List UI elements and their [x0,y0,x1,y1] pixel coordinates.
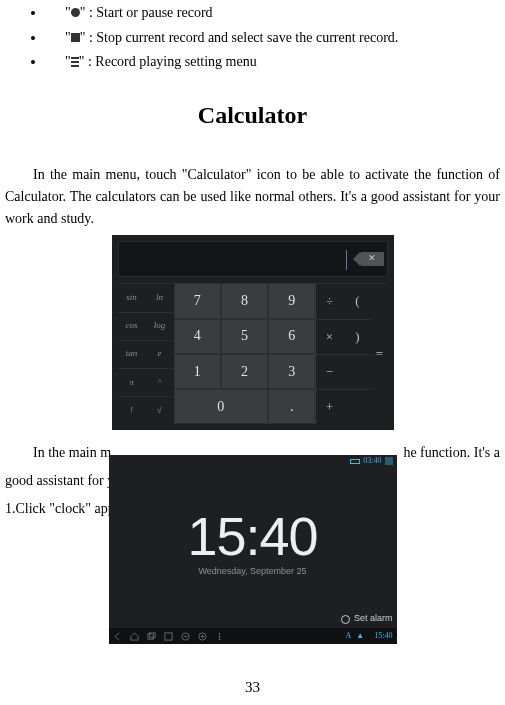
record-icon [71,8,80,17]
calc-key-8: 8 [221,283,268,318]
set-alarm-row: Set alarm [341,612,393,626]
nav-right: A ▲ 15:40 [346,630,393,642]
record-icon-bullets: " " : Start or pause record " " : Stop c… [27,2,500,73]
bullet-text-3: " : Record playing setting menu [79,51,257,73]
calc-key-e: e [146,340,174,368]
quote-open: " [65,2,71,24]
calc-key-6: 6 [268,319,315,354]
stop-icon [71,33,80,42]
clock-date: Wednesday, September 25 [109,565,397,579]
calc-key-minus: − [316,354,344,389]
clock-screenshot: 03:40 15:40 Wednesday, September 25 Set … [109,455,397,644]
calc-key-blank1 [344,354,372,389]
svg-rect-1 [149,632,154,637]
page-number: 33 [0,676,505,699]
clock-nav-bar: A ▲ 15:40 [109,628,397,644]
bullet-text-1: " : Start or pause record [80,2,213,24]
calc-key-ln: ln [146,283,174,311]
calc-key-0: 0 [174,389,269,424]
bullet-text-2: " : Stop current record and select save … [80,27,399,49]
recents-icon [147,632,156,641]
calc-fn-column: sin ln cos log tan e π ^ ! √ [118,283,174,424]
clock-status-bar: 03:40 [109,455,397,467]
calc-key-pi: π [118,368,146,396]
calc-key-sin: sin [118,283,146,311]
bullet-settings: " " : Record playing setting menu [27,51,500,73]
svg-point-7 [218,638,220,640]
status-time: 03:40 [363,455,381,467]
calc-key-2: 2 [221,354,268,389]
calc-key-pow: ^ [146,368,174,396]
calc-cursor [346,250,347,270]
screenshot-indicator-icon [385,457,393,465]
calc-equals-column: = [372,283,388,424]
calc-key-cos: cos [118,312,146,340]
bullet-stop: " " : Stop current record and select sav… [27,27,500,49]
calc-key-eq: = [372,283,388,424]
svg-point-6 [218,635,220,637]
calc-key-lparen: ( [344,283,372,318]
calc-key-tan: tan [118,340,146,368]
calc-key-4: 4 [174,319,221,354]
svg-rect-0 [147,634,152,639]
calc-key-blank2 [344,389,372,424]
calc-key-9: 9 [268,283,315,318]
alarm-clock-icon [341,615,350,624]
notif-a-icon: A [346,630,352,642]
calc-key-5: 5 [221,319,268,354]
screenshot-icon [164,632,173,641]
clock-frag-1a: In the main m [5,442,111,464]
calc-number-pad: 7 8 9 4 5 6 1 2 3 0 . [174,283,316,424]
home-icon [130,632,139,641]
calc-keypad: sin ln cos log tan e π ^ ! √ 7 8 9 4 5 6… [118,283,388,424]
calc-key-div: ÷ [316,283,344,318]
calc-key-log: log [146,312,174,340]
vol-up-icon [198,632,207,641]
menu-icon [71,57,79,67]
back-icon [113,632,122,641]
bullet-dot [31,11,35,15]
calc-key-sqrt: √ [146,396,174,424]
calc-key-1: 1 [174,354,221,389]
svg-point-5 [218,633,220,635]
calc-key-fac: ! [118,396,146,424]
calc-key-mul: × [316,319,344,354]
backspace-icon: ✕ [360,252,384,266]
calc-display: ✕ [118,241,388,277]
battery-icon [350,459,360,464]
calc-key-dot: . [268,389,315,424]
vol-down-icon [181,632,190,641]
calc-key-3: 3 [268,354,315,389]
bullet-start-pause: " " : Start or pause record [27,2,500,24]
calc-paren-column: ( ) [344,283,372,424]
bullet-dot [31,60,35,64]
nav-left [113,632,224,641]
calculator-screenshot: ✕ sin ln cos log tan e π ^ ! √ 7 8 9 4 5… [112,235,394,430]
calculator-heading: Calculator [5,97,500,134]
calc-key-plus: + [316,389,344,424]
calculator-intro: In the main menu, touch "Calculator" ico… [5,164,500,229]
nav-time: 15:40 [374,630,392,642]
svg-rect-2 [164,633,171,640]
calc-key-7: 7 [174,283,221,318]
menu-dots-icon [215,632,224,641]
wifi-icon: ▲ [356,630,364,642]
bullet-dot [31,36,35,40]
calc-operator-column: ÷ × − + [316,283,344,424]
calc-key-rparen: ) [344,319,372,354]
set-alarm-label: Set alarm [354,612,393,626]
